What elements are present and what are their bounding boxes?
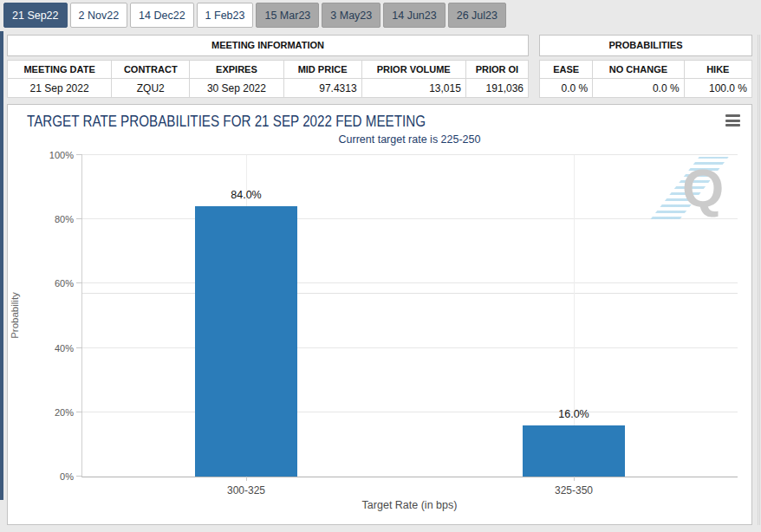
y-tick-mark bbox=[76, 282, 82, 283]
probability-bar bbox=[195, 206, 297, 477]
col-prior-oi: PRIOR OI bbox=[465, 61, 528, 79]
x-category-label: 325-350 bbox=[555, 484, 593, 496]
ease-value: 0.0 % bbox=[540, 79, 593, 98]
watermark-q-logo-icon: Q bbox=[682, 160, 724, 216]
y-tick-mark bbox=[76, 476, 82, 477]
meeting-information-title: MEETING INFORMATION bbox=[7, 35, 529, 56]
tab-21-sep22[interactable]: 21 Sep22 bbox=[3, 3, 68, 28]
probabilities-section: PROBABILITIES EASE NO CHANGE HIKE 0.0 % … bbox=[539, 35, 752, 98]
x-tick-mark bbox=[574, 477, 575, 481]
prior-volume-value: 13,015 bbox=[361, 79, 465, 98]
y-tick-label: 60% bbox=[55, 278, 74, 289]
table-row: 0.0 % 0.0 % 100.0 % bbox=[540, 79, 752, 98]
col-meeting-date: MEETING DATE bbox=[8, 61, 112, 79]
table-header-row: MEETING DATE CONTRACT EXPIRES MID PRICE … bbox=[8, 61, 529, 79]
panel-left-accent bbox=[0, 31, 3, 500]
chart-title: TARGET RATE PROBABILITIES FOR 21 SEP 202… bbox=[27, 112, 426, 131]
no-change-value: 0.0 % bbox=[593, 79, 684, 98]
expires-value: 30 Sep 2022 bbox=[190, 79, 283, 98]
bar-value-label: 84.0% bbox=[231, 189, 261, 201]
col-ease: EASE bbox=[540, 61, 593, 79]
col-prior-volume: PRIOR VOLUME bbox=[361, 61, 465, 79]
y-tick-label: 40% bbox=[55, 343, 74, 354]
table-header-row: EASE NO CHANGE HIKE bbox=[540, 61, 752, 79]
y-tick-label: 100% bbox=[49, 150, 74, 160]
quikstrike-watermark: Q bbox=[668, 155, 736, 224]
x-tick-mark bbox=[246, 477, 247, 481]
mid-price-value: 97.4313 bbox=[283, 79, 361, 98]
panel-right-border bbox=[758, 35, 760, 525]
y-axis-title: Probability bbox=[10, 255, 20, 376]
y-gridline bbox=[82, 282, 738, 283]
y-tick-label: 20% bbox=[55, 407, 74, 418]
col-expires: EXPIRES bbox=[190, 61, 283, 79]
tab-3-may23[interactable]: 3 May23 bbox=[322, 3, 380, 28]
x-axis-title: Target Rate (in bps) bbox=[81, 499, 738, 511]
meeting-information-section: MEETING INFORMATION MEETING DATE CONTRAC… bbox=[7, 35, 529, 98]
col-no-change: NO CHANGE bbox=[593, 61, 684, 79]
probabilities-table: EASE NO CHANGE HIKE 0.0 % 0.0 % 100.0 % bbox=[539, 60, 752, 98]
y-tick-mark bbox=[76, 154, 82, 155]
target-rate-chart-panel: TARGET RATE PROBABILITIES FOR 21 SEP 202… bbox=[7, 104, 752, 525]
plot-area: Q 0%20%40%60%80%100%300-32584.0%325-3501… bbox=[81, 155, 738, 477]
meeting-date-value: 21 Sep 2022 bbox=[8, 79, 112, 98]
tab-15-mar23[interactable]: 15 Mar23 bbox=[256, 3, 319, 28]
tab-14-dec22[interactable]: 14 Dec22 bbox=[130, 3, 194, 28]
hike-value: 100.0 % bbox=[684, 79, 751, 98]
probabilities-title: PROBABILITIES bbox=[539, 35, 752, 56]
y-gridline bbox=[82, 218, 738, 219]
extra-gridline bbox=[82, 293, 738, 294]
chart-subtitle: Current target rate is 225-250 bbox=[81, 133, 738, 146]
meeting-information-table: MEETING DATE CONTRACT EXPIRES MID PRICE … bbox=[7, 60, 529, 98]
y-gridline bbox=[82, 154, 738, 155]
col-contract: CONTRACT bbox=[112, 61, 190, 79]
contract-value: ZQU2 bbox=[112, 79, 190, 98]
y-tick-mark bbox=[76, 218, 82, 219]
table-row: 21 Sep 2022 ZQU2 30 Sep 2022 97.4313 13,… bbox=[8, 79, 529, 98]
y-gridline bbox=[82, 347, 738, 348]
col-hike: HIKE bbox=[684, 61, 751, 79]
chart-menu-hamburger-icon[interactable] bbox=[725, 114, 740, 127]
y-tick-mark bbox=[76, 347, 82, 348]
tab-14-jun23[interactable]: 14 Jun23 bbox=[383, 3, 445, 28]
meeting-tab-bar: 21 Sep22 2 Nov22 14 Dec22 1 Feb23 15 Mar… bbox=[3, 3, 506, 28]
y-tick-label: 80% bbox=[55, 214, 74, 224]
tab-1-feb23[interactable]: 1 Feb23 bbox=[197, 3, 254, 28]
prior-oi-value: 191,036 bbox=[465, 79, 528, 98]
x-category-label: 300-325 bbox=[227, 484, 265, 496]
probability-bar bbox=[523, 425, 625, 477]
bar-value-label: 16.0% bbox=[558, 408, 589, 420]
tab-26-jul23[interactable]: 26 Jul23 bbox=[448, 3, 506, 28]
col-mid-price: MID PRICE bbox=[283, 61, 361, 79]
y-gridline bbox=[82, 412, 738, 412]
y-tick-label: 0% bbox=[60, 471, 74, 482]
y-tick-mark bbox=[76, 412, 82, 412]
tab-2-nov22[interactable]: 2 Nov22 bbox=[70, 3, 128, 28]
